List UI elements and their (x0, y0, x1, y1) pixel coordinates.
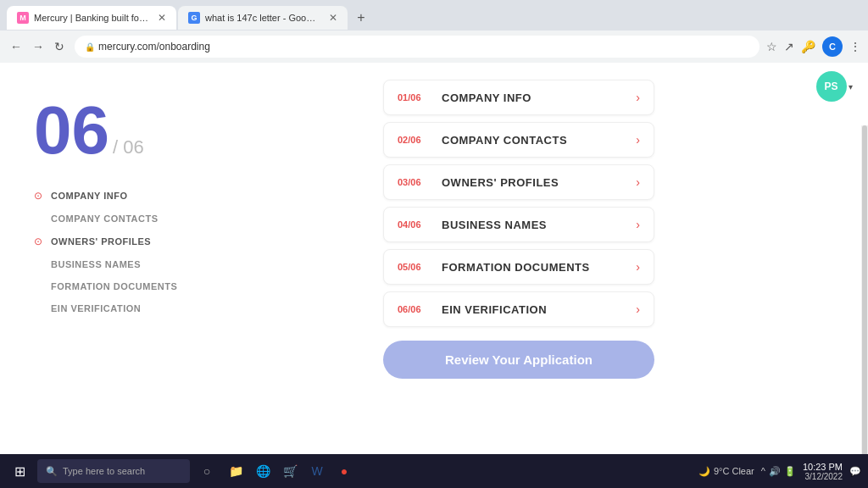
tab-favicon-google: G (188, 12, 200, 24)
tab-favicon-mercury: M (17, 12, 29, 24)
scrollbar[interactable] (861, 125, 868, 488)
notification-icon[interactable]: 💬 (849, 466, 861, 477)
section-item-2[interactable]: 02/06 COMPANY CONTACTS › (383, 122, 654, 158)
section-arrow-5: › (636, 260, 640, 274)
tab-google[interactable]: G what is 147c letter - Google Sea... ✕ (178, 6, 348, 30)
section-arrow-3: › (636, 175, 640, 189)
company-contacts-label: COMPANY CONTACTS (51, 214, 159, 224)
sidebar-item-company-info[interactable]: ⊙ COMPANY INFO (34, 190, 212, 202)
address-input[interactable]: 🔒 mercury.com/onboarding (75, 36, 760, 58)
section-arrow-4: › (636, 218, 640, 231)
review-application-button[interactable]: Review Your Application (383, 341, 654, 379)
time-text: 10:23 PM (803, 462, 843, 472)
section-label-2: COMPANY CONTACTS (442, 134, 636, 147)
formation-documents-label: FORMATION DOCUMENTS (51, 281, 177, 291)
taskbar-app-word[interactable]: W (305, 459, 329, 483)
share-icon[interactable]: ↗ (784, 40, 794, 53)
section-number-3: 03/06 (398, 177, 431, 187)
section-item-3[interactable]: 03/06 OWNERS' PROFILES › (383, 164, 654, 200)
forward-button[interactable]: → (29, 38, 47, 55)
tab-close-mercury[interactable]: ✕ (158, 12, 166, 24)
taskbar-weather: 🌙 9°C Clear (698, 466, 754, 477)
tab-bar: M Mercury | Banking built for start... ✕… (0, 0, 868, 30)
step-current: 06 (34, 97, 109, 164)
nav-buttons: ← → ↻ (7, 38, 68, 55)
section-arrow-2: › (636, 133, 640, 147)
taskbar-sys-icons: ^ 🔊 🔋 (761, 466, 796, 477)
taskbar-search[interactable]: 🔍 Type here to search (37, 459, 190, 483)
user-avatar[interactable]: PS (816, 71, 847, 102)
address-bar: ← → ↻ 🔒 mercury.com/onboarding ☆ ↗ 🔑 C ⋮ (0, 30, 868, 63)
step-total: / 06 (113, 136, 144, 158)
browser-profile[interactable]: C (822, 36, 843, 57)
business-names-label: BUSINESS NAMES (51, 259, 141, 269)
tab-close-google[interactable]: ✕ (329, 12, 337, 24)
start-button[interactable]: ⊞ (7, 458, 32, 484)
section-label-3: OWNERS' PROFILES (442, 176, 636, 189)
taskbar-right: 🌙 9°C Clear ^ 🔊 🔋 10:23 PM 3/12/2022 💬 (698, 462, 861, 481)
taskbar-app-files[interactable]: 📁 (224, 459, 248, 483)
scrollbar-thumb[interactable] (862, 125, 867, 466)
sidebar-item-owners-profiles[interactable]: ⊙ OWNERS' PROFILES (34, 236, 212, 247)
owners-profiles-label: OWNERS' PROFILES (51, 236, 151, 247)
sidebar-nav: ⊙ COMPANY INFO COMPANY CONTACTS ⊙ OWNERS… (34, 190, 212, 313)
taskbar-search-text: Type here to search (63, 466, 145, 476)
section-label-4: BUSINESS NAMES (442, 219, 636, 231)
section-number-2: 02/06 (398, 135, 431, 145)
sidebar-item-company-contacts[interactable]: COMPANY CONTACTS (34, 214, 212, 224)
cortana-button[interactable]: ○ (195, 459, 219, 483)
extension-icon[interactable]: 🔑 (801, 40, 815, 53)
tab-title-google: what is 147c letter - Google Sea... (205, 13, 320, 23)
new-tab-button[interactable]: + (349, 6, 373, 30)
step-counter: 06 / 06 (34, 97, 144, 164)
tab-title-mercury: Mercury | Banking built for start... (34, 13, 149, 23)
taskbar-time: 10:23 PM 3/12/2022 (803, 462, 843, 481)
taskbar-apps: 📁 🌐 🛒 W ● (224, 459, 356, 483)
reload-button[interactable]: ↻ (51, 38, 68, 55)
toolbar-right: ☆ ↗ 🔑 C ⋮ (766, 36, 861, 57)
back-button[interactable]: ← (7, 38, 25, 55)
section-number-5: 05/06 (398, 262, 431, 272)
battery-icon: 🔋 (784, 466, 796, 477)
section-item-6[interactable]: 06/06 EIN VERIFICATION › (383, 291, 654, 327)
section-label-6: EIN VERIFICATION (442, 303, 636, 316)
sidebar-item-business-names[interactable]: BUSINESS NAMES (34, 259, 212, 269)
address-text: mercury.com/onboarding (98, 41, 210, 53)
taskbar-search-icon: 🔍 (46, 466, 58, 477)
menu-icon[interactable]: ⋮ (849, 40, 861, 53)
section-arrow-1: › (636, 91, 640, 104)
taskbar: ⊞ 🔍 Type here to search ○ 📁 🌐 🛒 W ● 🌙 9°… (0, 454, 868, 488)
taskbar-app-store[interactable]: 🛒 (278, 459, 302, 483)
section-number-1: 01/06 (398, 92, 431, 103)
section-item-5[interactable]: 05/06 FORMATION DOCUMENTS › (383, 249, 654, 285)
sidebar-item-formation-documents[interactable]: FORMATION DOCUMENTS (34, 281, 212, 291)
weather-icon: 🌙 (698, 466, 710, 477)
main-content: 01/06 COMPANY INFO › 02/06 COMPANY CONTA… (237, 63, 800, 488)
section-item-1[interactable]: 01/06 COMPANY INFO › (383, 80, 654, 115)
date-text: 3/12/2022 (805, 472, 843, 481)
lock-icon: 🔒 (85, 42, 95, 52)
taskbar-app-chrome[interactable]: ● (332, 459, 356, 483)
section-number-6: 06/06 (398, 304, 431, 314)
volume-icon: 🔊 (769, 466, 781, 477)
owners-profiles-icon: ⊙ (34, 236, 46, 247)
section-arrow-6: › (636, 302, 640, 316)
avatar-dropdown-icon[interactable]: ▾ (849, 82, 853, 92)
browser-chrome: M Mercury | Banking built for start... ✕… (0, 0, 868, 63)
section-item-4[interactable]: 04/06 BUSINESS NAMES › (383, 207, 654, 242)
taskbar-app-edge[interactable]: 🌐 (251, 459, 275, 483)
ein-verification-label: EIN VERIFICATION (51, 303, 141, 313)
section-label-1: COMPANY INFO (442, 92, 636, 104)
avatar-row[interactable]: PS ▾ (816, 71, 853, 102)
sidebar-item-ein-verification[interactable]: EIN VERIFICATION (34, 303, 212, 313)
bookmark-icon[interactable]: ☆ (766, 40, 777, 53)
weather-text: 9°C Clear (714, 466, 754, 476)
sidebar: 06 / 06 ⊙ COMPANY INFO COMPANY CONTACTS … (0, 63, 237, 488)
company-info-icon: ⊙ (34, 190, 46, 202)
windows-icon: ⊞ (14, 463, 25, 480)
tab-mercury[interactable]: M Mercury | Banking built for start... ✕ (7, 6, 176, 30)
network-icon: ^ (761, 466, 765, 476)
section-number-4: 04/06 (398, 219, 431, 230)
right-panel: PS ▾ (800, 63, 868, 488)
section-list: 01/06 COMPANY INFO › 02/06 COMPANY CONTA… (383, 80, 654, 327)
